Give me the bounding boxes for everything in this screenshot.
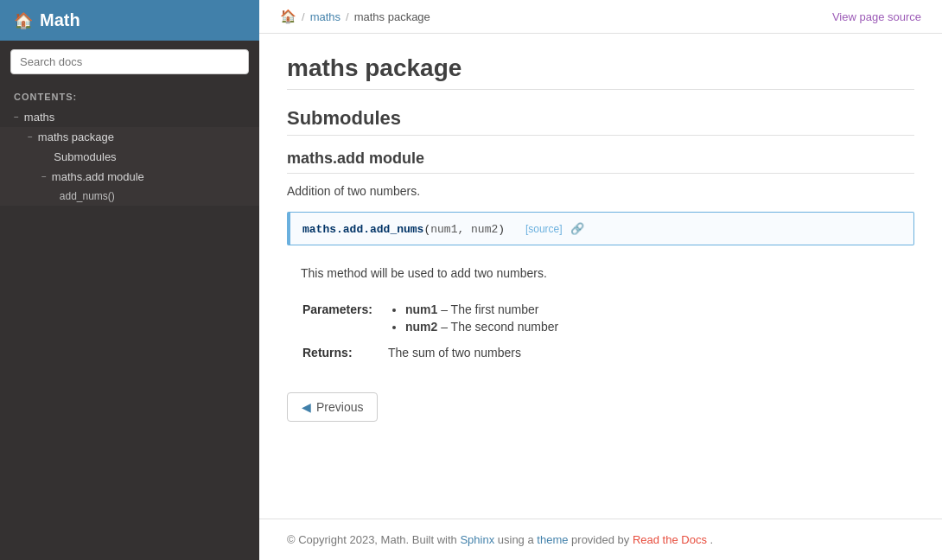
breadcrumb-home-icon[interactable]: 🏠	[280, 9, 296, 24]
sidebar-item-label-maths: maths	[24, 111, 54, 124]
top-bar: 🏠 / maths / maths package View page sour…	[259, 0, 942, 34]
sidebar-item-maths[interactable]: − maths	[0, 107, 259, 127]
contents-label: CONTENTS:	[0, 83, 259, 107]
arrow-left-icon: ◀	[302, 400, 311, 414]
footer: © Copyright 2023, Math. Built with Sphin…	[259, 519, 942, 560]
previous-button[interactable]: ◀ Previous	[287, 392, 378, 422]
provided-by-text: provided by	[571, 533, 629, 546]
breadcrumb-current: maths package	[354, 10, 430, 23]
sphinx-link[interactable]: Sphinx	[460, 533, 494, 546]
theme-link[interactable]: theme	[537, 533, 568, 546]
search-box	[0, 41, 259, 83]
using-a-text: using a	[498, 533, 534, 546]
function-box: maths.add.add_nums(num1, num2) [source] …	[287, 212, 914, 245]
breadcrumb-sep-1: /	[302, 10, 305, 23]
breadcrumb: 🏠 / maths / maths package	[280, 9, 430, 24]
params-row: Parameters: num1 – The first number num2…	[302, 299, 558, 340]
footer-period: .	[710, 533, 714, 546]
link-icon: 🔗	[570, 222, 584, 235]
params-list-cell: num1 – The first number num2 – The secon…	[388, 299, 558, 340]
built-with-label: Built with	[412, 533, 457, 546]
main-content: 🏠 / maths / maths package View page sour…	[259, 0, 942, 560]
param-num1-desc: – The first number	[441, 302, 538, 316]
sidebar-item-submodules[interactable]: Submodules	[0, 147, 259, 167]
sidebar-item-maths-package[interactable]: − maths package	[0, 127, 259, 147]
sidebar: 🏠 Math CONTENTS: − maths − maths package…	[0, 0, 259, 560]
sidebar-item-label-add-nums: add_nums()	[60, 190, 115, 202]
search-input[interactable]	[10, 49, 249, 74]
param-num2-desc: – The second number	[441, 320, 558, 334]
list-item: num1 – The first number	[405, 302, 558, 316]
home-icon: 🏠	[14, 11, 33, 30]
function-close-paren: )	[498, 223, 505, 236]
spacer-submodules	[41, 152, 48, 162]
function-signature: maths.add.add_nums(num1, num2)	[302, 223, 512, 236]
sidebar-item-label-maths-package: maths package	[38, 130, 114, 143]
param-list: num1 – The first number num2 – The secon…	[388, 302, 558, 334]
breadcrumb-maths-link[interactable]: maths	[310, 10, 341, 23]
returns-desc: The sum of two numbers	[388, 342, 558, 363]
sidebar-item-label-add-module: maths.add module	[52, 170, 144, 183]
rtd-link[interactable]: Read the Docs	[633, 533, 707, 546]
collapse-icon-add-module: −	[41, 172, 47, 181]
sidebar-item-maths-add-module[interactable]: − maths.add module	[0, 167, 259, 187]
sidebar-title: Math	[40, 10, 80, 30]
maths-add-heading: maths.add module	[287, 150, 914, 174]
param-num2-name: num2	[405, 320, 437, 334]
list-item: num2 – The second number	[405, 320, 558, 334]
submodules-heading: Submodules	[287, 107, 914, 136]
method-description: This method will be used to add two numb…	[287, 259, 914, 287]
function-params: num1, num2	[430, 223, 498, 236]
returns-label: Returns:	[302, 342, 386, 363]
module-description: Addition of two numbers.	[287, 184, 914, 198]
function-name: maths.add.add_nums	[302, 223, 423, 236]
params-table: Parameters: num1 – The first number num2…	[301, 297, 560, 365]
prev-button-label: Previous	[316, 400, 363, 414]
sidebar-item-add-nums[interactable]: add_nums()	[0, 187, 259, 206]
sidebar-item-label-submodules: Submodules	[54, 150, 116, 163]
copyright-text: © Copyright 2023, Math.	[287, 533, 409, 546]
collapse-icon-maths-package: −	[28, 132, 33, 142]
content-area: maths package Submodules maths.add modul…	[259, 34, 942, 519]
spacer-add-nums	[52, 192, 54, 201]
returns-row: Returns: The sum of two numbers	[302, 342, 558, 363]
page-title: maths package	[287, 54, 914, 90]
source-link[interactable]: [source]	[525, 223, 563, 235]
sidebar-nav: − maths − maths package Submodules − mat…	[0, 107, 259, 560]
param-num1-name: num1	[405, 302, 437, 316]
params-label: Parameters:	[302, 299, 386, 340]
collapse-icon-maths: −	[14, 112, 19, 122]
breadcrumb-sep-2: /	[346, 10, 349, 23]
sidebar-header[interactable]: 🏠 Math	[0, 0, 259, 41]
view-source-link[interactable]: View page source	[832, 10, 921, 23]
